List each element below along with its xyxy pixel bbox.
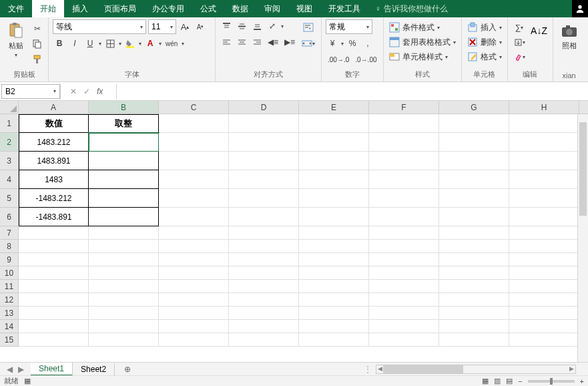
cell-D4[interactable]	[229, 170, 299, 189]
col-header-H[interactable]: H	[509, 101, 579, 114]
bold-button[interactable]: B	[53, 37, 66, 50]
cell-F11[interactable]	[369, 280, 439, 293]
cell-G13[interactable]	[439, 307, 509, 320]
cell-G2[interactable]	[439, 133, 509, 152]
row-header-8[interactable]: 8	[0, 240, 19, 253]
cell-F12[interactable]	[369, 293, 439, 307]
vertical-scrollbar[interactable]	[577, 114, 588, 362]
horizontal-scrollbar[interactable]: ◀ ▶	[376, 365, 576, 374]
tab-insert[interactable]: 插入	[64, 0, 96, 17]
decrease-indent-button[interactable]: ◀≡	[266, 35, 280, 49]
tab-developer[interactable]: 开发工具	[320, 0, 368, 17]
cell-G12[interactable]	[439, 293, 509, 307]
cell-A11[interactable]	[19, 280, 89, 293]
row-header-9[interactable]: 9	[0, 253, 19, 266]
row-header-1[interactable]: 1	[0, 114, 19, 133]
cell-G1[interactable]	[439, 114, 509, 133]
cell-A3[interactable]: 1483.891	[19, 152, 89, 170]
tab-review[interactable]: 审阅	[256, 0, 288, 17]
tab-formulas[interactable]: 公式	[192, 0, 224, 17]
cell-C15[interactable]	[159, 333, 229, 347]
cell-A1[interactable]: 数值	[19, 114, 89, 133]
chevron-down-icon[interactable]: ▾	[139, 41, 141, 47]
chevron-down-icon[interactable]: ▾	[341, 41, 344, 47]
table-format-button[interactable]: 套用表格格式▾	[388, 35, 457, 49]
add-sheet-button[interactable]: ⊕	[115, 365, 140, 374]
cell-style-button[interactable]: 单元格样式▾	[388, 50, 457, 63]
chevron-down-icon[interactable]: ▾	[281, 23, 284, 29]
cell-G3[interactable]	[439, 152, 509, 170]
cell-B15[interactable]	[89, 333, 159, 347]
number-format-select[interactable]: 常规▾	[326, 19, 372, 34]
cell-H15[interactable]	[509, 333, 579, 347]
cell-D10[interactable]	[229, 266, 299, 280]
wrap-text-button[interactable]	[300, 21, 317, 34]
cell-F15[interactable]	[369, 333, 439, 347]
cell-G6[interactable]	[439, 208, 509, 226]
row-header-2[interactable]: 2	[0, 133, 19, 152]
cell-A15[interactable]	[19, 333, 89, 347]
view-normal-button[interactable]: ▦	[482, 377, 489, 385]
increase-indent-button[interactable]: ▶≡	[282, 35, 297, 49]
merge-center-button[interactable]: ▾	[300, 37, 317, 50]
cell-H3[interactable]	[509, 152, 579, 170]
cell-A14[interactable]	[19, 320, 89, 333]
format-painter-button[interactable]	[31, 53, 44, 66]
cell-C1[interactable]	[159, 114, 229, 133]
cell-E12[interactable]	[299, 293, 369, 307]
cell-H5[interactable]	[509, 189, 579, 208]
comma-button[interactable]: ,	[361, 37, 374, 50]
cell-D1[interactable]	[229, 114, 299, 133]
copy-button[interactable]	[31, 37, 44, 51]
col-header-G[interactable]: G	[439, 101, 509, 114]
cancel-formula-button[interactable]: ✕	[70, 87, 77, 96]
decrease-decimal-button[interactable]: .0→.00	[353, 53, 378, 66]
tab-page-layout[interactable]: 页面布局	[96, 0, 144, 17]
cell-A2[interactable]: 1483.212	[19, 133, 89, 152]
cell-H6[interactable]	[509, 208, 579, 226]
cut-button[interactable]: ✂	[31, 22, 44, 35]
cell-E5[interactable]	[299, 189, 369, 208]
cell-B8[interactable]	[89, 240, 159, 253]
cell-B10[interactable]	[89, 266, 159, 280]
cell-G5[interactable]	[439, 189, 509, 208]
row-header-11[interactable]: 11	[0, 280, 19, 293]
fill-color-button[interactable]	[123, 37, 137, 50]
cell-D8[interactable]	[229, 240, 299, 253]
cell-H11[interactable]	[509, 280, 579, 293]
row-header-10[interactable]: 10	[0, 266, 19, 280]
cell-B1[interactable]: 取整	[89, 114, 159, 133]
cell-H13[interactable]	[509, 307, 579, 320]
cell-D9[interactable]	[229, 253, 299, 266]
cell-C3[interactable]	[159, 152, 229, 170]
cell-B7[interactable]	[89, 226, 159, 240]
decrease-font-button[interactable]: A▾	[194, 20, 207, 33]
cell-D5[interactable]	[229, 189, 299, 208]
tab-file[interactable]: 文件	[0, 0, 32, 17]
increase-decimal-button[interactable]: .00→.0	[326, 53, 351, 66]
cell-D15[interactable]	[229, 333, 299, 347]
cell-A4[interactable]: 1483	[19, 170, 89, 189]
cell-G8[interactable]	[439, 240, 509, 253]
autosum-button[interactable]: ∑▾	[512, 21, 527, 34]
cell-E6[interactable]	[299, 208, 369, 226]
select-all-corner[interactable]	[0, 101, 19, 114]
tab-home[interactable]: 开始	[32, 0, 64, 17]
cell-A10[interactable]	[19, 266, 89, 280]
cell-G14[interactable]	[439, 320, 509, 333]
cell-C6[interactable]	[159, 208, 229, 226]
row-header-15[interactable]: 15	[0, 333, 19, 347]
cell-E9[interactable]	[299, 253, 369, 266]
cell-B5[interactable]	[89, 189, 159, 208]
cell-A9[interactable]	[19, 253, 89, 266]
cell-C7[interactable]	[159, 226, 229, 240]
cell-A8[interactable]	[19, 240, 89, 253]
percent-button[interactable]: %	[346, 37, 359, 50]
cell-F4[interactable]	[369, 170, 439, 189]
zoom-slider[interactable]	[528, 380, 575, 383]
cell-D3[interactable]	[229, 152, 299, 170]
orientation-button[interactable]: ⤢	[266, 19, 279, 33]
cell-C8[interactable]	[159, 240, 229, 253]
align-top-button[interactable]	[220, 19, 233, 33]
cell-F3[interactable]	[369, 152, 439, 170]
